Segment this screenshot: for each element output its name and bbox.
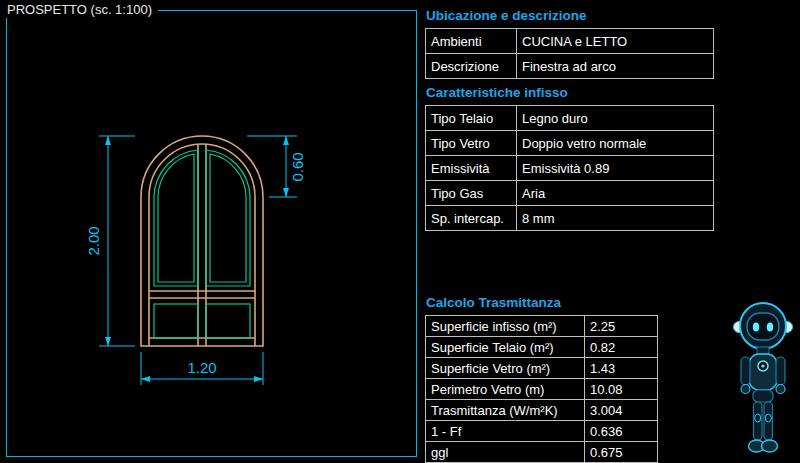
cad-report-screen: PROSPETTO (sc. 1:100) bbox=[0, 0, 800, 463]
row-label: ggl bbox=[426, 442, 585, 463]
row-value: 8 mm bbox=[517, 206, 714, 231]
dim-arch-label: 0.60 bbox=[289, 152, 306, 181]
row-label: 1 - Ff bbox=[426, 421, 585, 442]
table-row: Ambienti CUCINA e LETTO bbox=[426, 29, 714, 54]
table-row: ggl 0.675 bbox=[426, 442, 658, 463]
table-row: Superficie infisso (m²) 2.25 bbox=[426, 316, 658, 337]
table-row: Tipo Gas Aria bbox=[426, 181, 714, 206]
window-drawing: 2.00 0.60 1.20 bbox=[7, 11, 416, 456]
table-row: 1 - Ff 0.636 bbox=[426, 421, 658, 442]
row-value: Emissività 0.89 bbox=[517, 156, 714, 181]
caratteristiche-table: Tipo Telaio Legno duro Tipo Vetro Doppio… bbox=[425, 105, 714, 231]
section-title-ubicazione: Ubicazione e descrizione bbox=[426, 8, 735, 24]
row-value: 2.25 bbox=[585, 316, 658, 337]
row-value: Aria bbox=[517, 181, 714, 206]
report-column: Ubicazione e descrizione Ambienti CUCINA… bbox=[425, 8, 735, 463]
row-label: Tipo Vetro bbox=[426, 131, 517, 156]
row-value: 1.43 bbox=[585, 358, 658, 379]
table-row: Perimetro Vetro (m) 10.08 bbox=[426, 379, 658, 400]
section-title-caratteristiche: Caratteristiche infisso bbox=[426, 85, 735, 101]
table-row: Descrizione Finestra ad arco bbox=[426, 54, 714, 79]
row-value: Doppio vetro normale bbox=[517, 131, 714, 156]
mascot-legs bbox=[749, 402, 778, 452]
row-label: Perimetro Vetro (m) bbox=[426, 379, 585, 400]
dim-height-label: 2.00 bbox=[85, 226, 102, 255]
row-value: Legno duro bbox=[517, 106, 714, 131]
table-row: Emissività Emissività 0.89 bbox=[426, 156, 714, 181]
table-row: Superficie Telaio (m²) 0.82 bbox=[426, 337, 658, 358]
row-value: 0.636 bbox=[585, 421, 658, 442]
section-title-trasmittanza: Calcolo Trasmittanza bbox=[426, 295, 735, 311]
trasmittanza-table: Superficie infisso (m²) 2.25 Superficie … bbox=[425, 315, 658, 463]
table-row: Superficie Vetro (m²) 1.43 bbox=[426, 358, 658, 379]
row-label: Superficie Telaio (m²) bbox=[426, 337, 585, 358]
mascot-body bbox=[741, 347, 785, 402]
window-glass-lines bbox=[154, 150, 250, 338]
row-value: 0.82 bbox=[585, 337, 658, 358]
row-label: Tipo Gas bbox=[426, 181, 517, 206]
dimension-arrows bbox=[105, 136, 289, 382]
row-value: 10.08 bbox=[585, 379, 658, 400]
row-label: Sp. intercap. bbox=[426, 206, 517, 231]
row-label: Ambienti bbox=[426, 29, 517, 54]
row-value: 3.004 bbox=[585, 400, 658, 421]
prospetto-panel: PROSPETTO (sc. 1:100) bbox=[6, 10, 417, 457]
row-label: Superficie infisso (m²) bbox=[426, 316, 585, 337]
row-label: Tipo Telaio bbox=[426, 106, 517, 131]
window-frame bbox=[141, 136, 263, 346]
table-row: Sp. intercap. 8 mm bbox=[426, 206, 714, 231]
row-value: CUCINA e LETTO bbox=[517, 29, 714, 54]
row-label: Trasmittanza (W/m²K) bbox=[426, 400, 585, 421]
row-label: Superficie Vetro (m²) bbox=[426, 358, 585, 379]
robot-mascot bbox=[731, 300, 795, 458]
row-label: Descrizione bbox=[426, 54, 517, 79]
table-row: Tipo Vetro Doppio vetro normale bbox=[426, 131, 714, 156]
dim-width-label: 1.20 bbox=[187, 359, 216, 376]
table-row: Trasmittanza (W/m²K) 3.004 bbox=[426, 400, 658, 421]
dimension-labels: 2.00 0.60 1.20 bbox=[85, 152, 306, 376]
mascot-head bbox=[734, 303, 793, 349]
ubicazione-table: Ambienti CUCINA e LETTO Descrizione Fine… bbox=[425, 28, 714, 79]
table-row: Tipo Telaio Legno duro bbox=[426, 106, 714, 131]
row-label: Emissività bbox=[426, 156, 517, 181]
row-value: 0.675 bbox=[585, 442, 658, 463]
row-value: Finestra ad arco bbox=[517, 54, 714, 79]
